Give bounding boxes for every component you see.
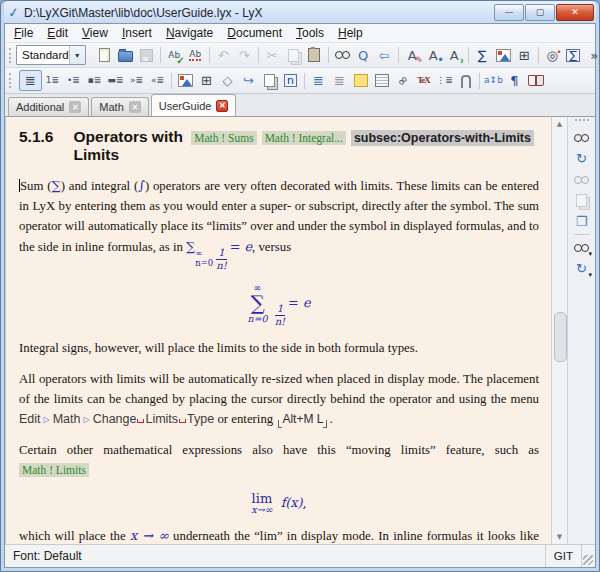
resize-grip[interactable]	[583, 555, 593, 565]
tab-close-button[interactable]: ✕	[129, 101, 141, 113]
copy-button[interactable]	[283, 46, 304, 65]
insert-note-button[interactable]	[350, 71, 371, 90]
scroll-up-icon[interactable]: ▲	[552, 117, 567, 131]
big-operator: ∞∑n=0	[248, 283, 268, 324]
section-heading-516: 5.1.6 Operators with Limits Math ! SumsM…	[19, 128, 539, 164]
vertical-scrollbar[interactable]: ▲ ▼	[551, 117, 567, 544]
chevron-down-icon[interactable]: ▼	[69, 46, 85, 64]
menu-item[interactable]: Help	[331, 25, 370, 41]
view-other-formats-button[interactable]	[571, 238, 592, 257]
display-formula-lim[interactable]: limx→∞ f(x),	[19, 492, 539, 516]
open-document-button[interactable]	[115, 46, 136, 65]
menu-item[interactable]: Edit	[40, 25, 75, 41]
toolbar-grip[interactable]	[575, 119, 589, 124]
paragraph-which-will-place[interactable]: which will place the x → ∞ underneath th…	[19, 526, 539, 544]
sort-ab-button[interactable]: a↕b	[483, 71, 504, 90]
scrollbar-thumb[interactable]	[554, 312, 567, 362]
title-bar[interactable]: ✓ D:\LyXGit\Master\lib\doc\UserGuide.lyx…	[4, 1, 596, 23]
menu-item[interactable]: Insert	[115, 25, 159, 41]
navigate-back-button[interactable]: ⇦	[374, 46, 395, 65]
status-version-control: GIT	[545, 545, 582, 567]
index-badge-math-sums[interactable]: Math ! Sums	[191, 131, 256, 145]
menu-item[interactable]: Document	[220, 25, 289, 41]
toolbar-grip[interactable]	[9, 73, 14, 88]
description-list-button[interactable]: ▪≣	[84, 71, 105, 90]
redo-button[interactable]: ↷	[234, 46, 255, 65]
insert-table-button[interactable]: ⊞	[196, 71, 217, 90]
toolbar-separator	[538, 47, 539, 63]
export-view-button[interactable]: ❐	[571, 212, 592, 231]
insert-nomenclature-button[interactable]: n	[280, 71, 301, 90]
inset-badge[interactable]: Math ! Limits	[19, 463, 89, 477]
toolbar-overflow-button[interactable]: »	[584, 46, 600, 65]
paragraph-all-operators[interactable]: All operators with limits will be automa…	[19, 370, 539, 430]
emphasis-button[interactable]: A	[402, 46, 423, 65]
noun-button[interactable]: A	[423, 46, 444, 65]
section-number: 5.1.6	[19, 128, 53, 146]
paragraph-certain-other[interactable]: Certain other mathematical expressions a…	[19, 441, 539, 481]
insert-footnote-button[interactable]: ≣	[308, 71, 329, 90]
label-badge-subsec[interactable]: subsec:Operators-with-Limits	[351, 130, 534, 146]
index-badge-math-integral[interactable]: Math ! Integral...	[262, 131, 346, 145]
insert-graphics-button[interactable]	[175, 71, 196, 90]
decrease-depth-button[interactable]: «≣	[147, 71, 168, 90]
insert-toc-button[interactable]: ⋮≣	[434, 71, 455, 90]
status-bar: Font: Default GIT	[5, 544, 595, 567]
paragraph-sum-integral[interactable]: Sum (∑) and integral (∫) operators are v…	[19, 176, 539, 272]
menu-item[interactable]: View	[75, 25, 115, 41]
toolbar-grip[interactable]	[9, 48, 11, 63]
cut-button[interactable]: ✂	[262, 46, 283, 65]
labeling-list-button[interactable]: ▬≣	[105, 71, 126, 90]
tab-userguide[interactable]: UserGuide ✕	[151, 94, 237, 116]
undo-button[interactable]: ↶	[213, 46, 234, 65]
toolbar-separator	[258, 47, 259, 63]
menu-item[interactable]: Tools	[289, 25, 331, 41]
save-document-button[interactable]	[136, 46, 157, 65]
paragraph-integral-signs[interactable]: Integral signs, however, will place the …	[19, 339, 539, 359]
thesaurus-button[interactable]	[525, 71, 546, 90]
insert-table-button[interactable]: ⊞	[514, 46, 535, 65]
paste-button[interactable]	[304, 46, 325, 65]
insert-graphics-button[interactable]	[493, 46, 514, 65]
insert-citation-button[interactable]	[259, 71, 280, 90]
menu-item[interactable]: File	[7, 25, 40, 41]
maximize-button[interactable]: ▢	[525, 4, 555, 21]
view-update-toolbar: ↻❐↻	[567, 117, 595, 544]
insert-cross-reference-button[interactable]: ↪	[238, 71, 259, 90]
tab-close-button[interactable]: ✕	[69, 101, 81, 113]
check-spelling-button[interactable]: Ab	[164, 46, 185, 65]
update-master-document-button[interactable]	[571, 191, 592, 210]
scroll-down-icon[interactable]: ▼	[552, 530, 567, 544]
paragraph-settings-button[interactable]: ¶	[504, 71, 525, 90]
paragraph-layout-button[interactable]: ≣	[19, 70, 42, 91]
find-replace-button[interactable]	[332, 46, 353, 65]
update-other-formats-button[interactable]: ↻	[571, 259, 592, 278]
insert-file-button[interactable]	[455, 71, 476, 90]
view-master-document-button[interactable]	[571, 170, 592, 189]
document-canvas[interactable]: 5.1.6 Operators with Limits Math ! SumsM…	[5, 117, 551, 544]
view-document-button[interactable]	[571, 128, 592, 147]
update-view-button[interactable]: ↻	[571, 149, 592, 168]
spellcheck-continuously-button[interactable]: Ab	[185, 46, 206, 65]
paragraph-style-combo[interactable]: Standard ▼	[16, 45, 86, 65]
menu-item[interactable]: Navigate	[159, 25, 220, 41]
insert-tex-button[interactable]: TeX	[413, 71, 434, 90]
tab-math[interactable]: Math ✕	[91, 97, 148, 116]
navigator-button[interactable]: ◎	[542, 46, 563, 65]
minimize-button[interactable]: —	[494, 4, 524, 21]
close-button[interactable]: ✕	[556, 4, 594, 21]
insert-marginal-note-button[interactable]: ≣	[329, 71, 350, 90]
tab-close-button[interactable]: ✕	[216, 100, 228, 112]
insert-label-button[interactable]: ◇	[217, 71, 238, 90]
new-document-button[interactable]	[94, 46, 115, 65]
apply-last-style-button[interactable]: A	[444, 46, 465, 65]
increase-depth-button[interactable]: »≣	[126, 71, 147, 90]
numbered-list-button[interactable]: 1≣	[42, 71, 63, 90]
bullet-list-button[interactable]: •≣	[63, 71, 84, 90]
math-macro-button[interactable]: ∑	[563, 46, 584, 65]
find-advanced-button[interactable]: Q	[353, 46, 374, 65]
insert-math-button[interactable]: ∑	[472, 46, 493, 65]
tab-additional[interactable]: Additional ✕	[8, 97, 89, 116]
lyx-logo-icon: ✓	[7, 4, 20, 20]
display-formula-sum[interactable]: ∞∑n=01n!= e	[19, 283, 539, 328]
